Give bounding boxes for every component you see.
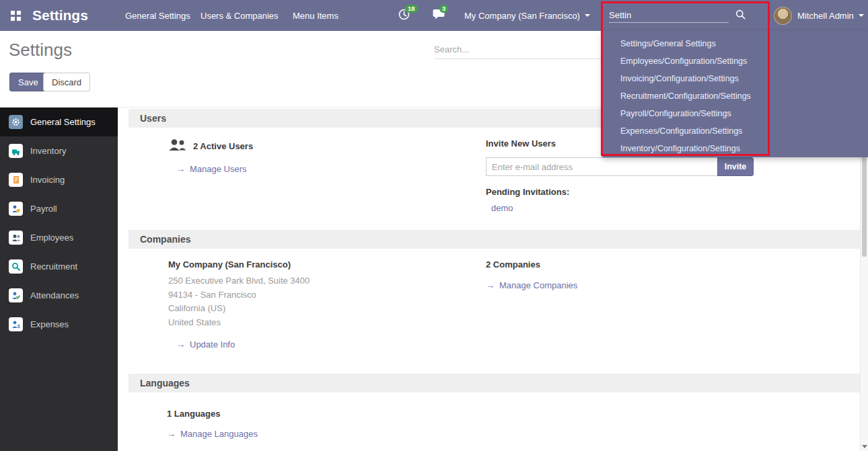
- page-title: Settings: [9, 40, 72, 60]
- sidebar-item-label: Expenses: [30, 319, 69, 329]
- sidebar-item-recruitment[interactable]: Recruitment: [0, 252, 118, 281]
- scrollbar-thumb[interactable]: [862, 156, 867, 257]
- sidebar-item-label: Attendances: [30, 290, 79, 300]
- company-address-line: 250 Executive Park Blvd, Suite 3400: [168, 274, 310, 288]
- chevron-down-icon: [859, 14, 864, 17]
- sidebar-item-inventory[interactable]: Inventory: [0, 136, 118, 165]
- sidebar-item-label: Employees: [30, 233, 73, 243]
- user-menu-label: Mitchell Admin: [797, 11, 854, 21]
- sidebar-item-general-settings[interactable]: General Settings: [0, 108, 118, 136]
- update-info-link[interactable]: → Update Info: [176, 339, 235, 350]
- odoo-settings-screen: Settings General Settings Users & Compan…: [0, 0, 868, 451]
- settings-sidebar: General Settings Inventory Invoicing Pay…: [0, 108, 118, 451]
- active-users-count: 2 Active Users: [193, 141, 253, 151]
- navbar-search-input[interactable]: [609, 8, 729, 23]
- svg-text:$: $: [17, 323, 20, 329]
- main-area: General Settings Inventory Invoicing Pay…: [0, 108, 868, 451]
- companies-count: 2 Companies: [486, 259, 577, 270]
- arrow-right-icon: →: [167, 429, 176, 439]
- sidebar-item-label: Recruitment: [30, 261, 77, 272]
- search-result-item[interactable]: Settings/General Settings: [602, 35, 868, 52]
- settings-content: Users 2 Active Users → Manage Users Invi…: [118, 108, 860, 451]
- users-group-icon: [168, 138, 186, 154]
- arrow-right-icon: →: [176, 339, 185, 350]
- attendances-icon: [9, 288, 23, 302]
- payroll-icon: [9, 202, 23, 216]
- recruitment-icon: [9, 259, 23, 274]
- messages-button[interactable]: 3: [433, 0, 445, 31]
- pending-invitations-label: Pending Invitations:: [486, 187, 775, 197]
- nav-menu-users-companies[interactable]: Users & Companies: [201, 0, 279, 31]
- apps-grid-icon: [11, 11, 21, 21]
- expenses-icon: $: [9, 317, 23, 331]
- sidebar-item-attendances[interactable]: Attendances: [0, 281, 118, 310]
- activities-button[interactable]: 18: [398, 0, 410, 31]
- languages-count: 1 Languages: [167, 409, 258, 419]
- apps-menu-button[interactable]: [0, 0, 31, 31]
- activities-badge: 18: [405, 5, 418, 13]
- manage-companies-link[interactable]: → Manage Companies: [486, 280, 577, 290]
- company-switcher-menu[interactable]: My Company (San Francisco): [464, 0, 590, 31]
- search-icon[interactable]: [735, 9, 746, 22]
- companies-section: My Company (San Francisco) 250 Executive…: [118, 249, 860, 374]
- search-result-item[interactable]: Invoicing/Configuration/Settings: [602, 70, 868, 87]
- section-header-languages: Languages: [129, 374, 860, 393]
- search-result-item[interactable]: Payroll/Configuration/Settings: [602, 105, 868, 122]
- languages-section: 1 Languages → Manage Languages: [118, 393, 860, 451]
- employees-icon: [9, 231, 23, 245]
- search-result-item[interactable]: Expenses/Configuration/Settings: [602, 122, 868, 140]
- sidebar-item-label: Invoicing: [30, 175, 65, 185]
- pending-user-link[interactable]: demo: [491, 203, 513, 213]
- company-switcher-label: My Company (San Francisco): [464, 11, 580, 21]
- invite-button[interactable]: Invite: [717, 157, 754, 176]
- search-result-item[interactable]: Employees/Configuration/Settings: [602, 52, 868, 70]
- user-avatar: [774, 7, 792, 25]
- section-header-companies: Companies: [129, 230, 860, 249]
- sidebar-item-label: General Settings: [30, 117, 96, 127]
- scrollbar-down-arrow[interactable]: [862, 445, 867, 448]
- arrow-right-icon: →: [486, 280, 495, 290]
- menu-search-dropdown: Settings/General Settings Employees/Conf…: [602, 31, 868, 157]
- general-settings-gear-icon: [9, 115, 23, 129]
- sidebar-item-invoicing[interactable]: Invoicing: [0, 165, 118, 194]
- nav-menu-general-settings[interactable]: General Settings: [125, 0, 190, 31]
- inventory-icon: [9, 144, 23, 158]
- invite-email-input[interactable]: [486, 157, 718, 176]
- sidebar-item-label: Inventory: [30, 146, 66, 156]
- company-address-line: United States: [168, 316, 310, 330]
- sidebar-item-employees[interactable]: Employees: [0, 223, 118, 252]
- arrow-right-icon: →: [176, 164, 185, 174]
- search-result-item[interactable]: Inventory/Configuration/Settings: [602, 140, 868, 157]
- top-navbar: Settings General Settings Users & Compan…: [0, 0, 868, 31]
- company-name: My Company (San Francisco): [168, 259, 310, 270]
- sidebar-item-label: Payroll: [30, 204, 57, 214]
- navbar-search: [609, 0, 746, 31]
- company-address-line: 94134 - San Francisco: [168, 288, 310, 302]
- manage-languages-link[interactable]: → Manage Languages: [167, 429, 258, 439]
- sidebar-item-payroll[interactable]: Payroll: [0, 194, 118, 223]
- current-app-title[interactable]: Settings: [32, 0, 88, 31]
- invoicing-icon: [9, 173, 23, 187]
- manage-users-link[interactable]: → Manage Users: [176, 164, 247, 174]
- messages-badge: 3: [439, 5, 448, 13]
- search-result-item[interactable]: Recruitment/Configuration/Settings: [602, 87, 868, 105]
- company-address-line: California (US): [168, 302, 310, 316]
- sidebar-item-expenses[interactable]: $ Expenses: [0, 310, 118, 339]
- nav-menu-menu-items[interactable]: Menu Items: [293, 0, 338, 31]
- user-menu[interactable]: Mitchell Admin: [774, 0, 864, 31]
- save-button[interactable]: Save: [9, 73, 47, 91]
- discard-button[interactable]: Discard: [43, 73, 90, 91]
- chevron-down-icon: [585, 14, 590, 17]
